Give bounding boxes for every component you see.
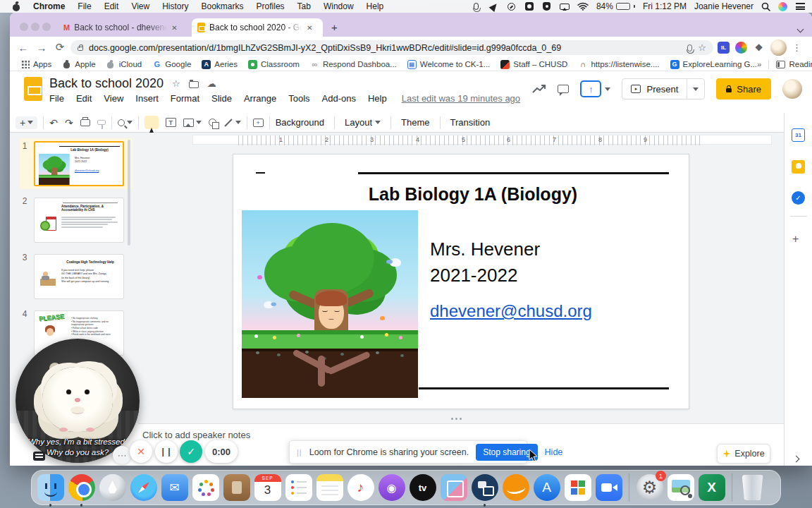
- menubar-item[interactable]: Edit: [104, 1, 119, 11]
- new-tab-button[interactable]: +: [331, 23, 338, 32]
- dock-app-icon[interactable]: ♪: [346, 473, 375, 502]
- comments-icon[interactable]: [558, 85, 569, 93]
- filmstrip-scrollbar[interactable]: [128, 140, 130, 246]
- browser-profile-avatar[interactable]: [770, 40, 787, 56]
- bookmark-item[interactable]: Apple: [62, 60, 95, 69]
- control-center-list-icon[interactable]: [795, 1, 805, 11]
- url-bar[interactable]: docs.google.com/presentation/d/1bmgILhZv…: [70, 40, 713, 55]
- slides-menu-item[interactable]: View: [104, 93, 123, 104]
- present-to-meet-button[interactable]: ↑: [580, 80, 610, 97]
- bookmark-item[interactable]: Classroom: [248, 60, 300, 69]
- dock-app-icon[interactable]: [284, 473, 313, 502]
- airplay-display-icon[interactable]: [560, 1, 570, 11]
- menubar-item[interactable]: History: [162, 1, 188, 11]
- menubar-item[interactable]: Window: [324, 1, 354, 11]
- tab-gmail[interactable]: M Back to school - dhevener@ch ✕: [58, 18, 189, 37]
- slides-menu-item[interactable]: Format: [171, 93, 199, 104]
- notes-resize-handle[interactable]: [447, 417, 465, 421]
- voice-search-icon[interactable]: [687, 44, 692, 52]
- bookmark-item[interactable]: Apps: [21, 60, 51, 68]
- dock-app-icon[interactable]: [315, 473, 344, 502]
- dock-app-icon[interactable]: [191, 473, 220, 502]
- slides-menu-item[interactable]: Add-ons: [322, 93, 356, 104]
- insert-line-button[interactable]: [223, 121, 241, 124]
- dock-app-icon[interactable]: X: [697, 473, 726, 502]
- theme-button[interactable]: Theme: [401, 117, 429, 128]
- dock-app-icon[interactable]: [222, 473, 251, 502]
- google-calendar-icon[interactable]: 31: [792, 128, 805, 142]
- add-addon-button[interactable]: +: [792, 233, 799, 246]
- bookmark-item[interactable]: G ExploreLearning G...: [670, 60, 757, 69]
- move-to-folder-icon[interactable]: [189, 81, 199, 88]
- background-button[interactable]: Background: [276, 117, 324, 128]
- slides-menu-item[interactable]: Slide: [211, 93, 232, 104]
- battery-indicator[interactable]: 84%: [596, 1, 635, 11]
- share-button[interactable]: Share: [716, 78, 771, 99]
- new-slide-button[interactable]: +: [16, 116, 37, 129]
- dock-app-icon[interactable]: [98, 473, 127, 502]
- slides-menu-item[interactable]: Tools: [288, 93, 309, 104]
- text-box-button[interactable]: T: [166, 118, 176, 127]
- bookmark-item[interactable]: iCloud: [106, 60, 142, 69]
- menubar-item[interactable]: Profiles: [257, 1, 285, 11]
- window-minimize-button[interactable]: [31, 23, 39, 31]
- dock-app-icon[interactable]: tv: [408, 473, 437, 502]
- extensions-puzzle-icon[interactable]: ❖: [753, 42, 765, 54]
- insert-image-button[interactable]: [183, 119, 202, 127]
- loom-webcam-bubble[interactable]: Why yes, I'm a bit stressed.Why do you a…: [16, 339, 140, 463]
- dock-trash-icon[interactable]: [738, 473, 767, 502]
- google-tasks-icon[interactable]: ✓: [792, 191, 805, 205]
- mic-status-icon[interactable]: [472, 1, 481, 11]
- page-url[interactable]: docs.google.com/presentation/d/1bmgILhZv…: [89, 43, 682, 53]
- dock-app-icon[interactable]: [666, 473, 695, 502]
- slide-top-line[interactable]: [358, 172, 669, 174]
- menubar-user[interactable]: Joanie Hevener: [694, 1, 753, 11]
- camera-app-icon[interactable]: [524, 1, 534, 11]
- dock-app-icon[interactable]: [501, 473, 530, 502]
- menubar-item[interactable]: File: [78, 1, 91, 11]
- dock-app-icon[interactable]: ⚙ 1: [635, 473, 664, 502]
- bookmark-star-icon[interactable]: ☆: [698, 42, 706, 53]
- menubar-item[interactable]: View: [131, 1, 149, 11]
- layout-button[interactable]: Layout: [345, 117, 381, 128]
- https-lock-icon[interactable]: [78, 47, 83, 51]
- slide-bottom-line[interactable]: [419, 387, 669, 389]
- tab-close-icon[interactable]: ✕: [171, 24, 177, 32]
- slide-thumbnail-1[interactable]: Lab Biology 1A (Biology) Mrs. Hevener 20…: [34, 141, 124, 186]
- loom-more-button[interactable]: ⋯: [113, 446, 131, 464]
- slide-thumbnail-3[interactable]: Coalinga High Technology Help If you nee…: [34, 254, 124, 299]
- bookmark-item[interactable]: ▤ Welcome to CK-1...: [407, 60, 491, 69]
- slide-email-link[interactable]: dhevener@chusd.org: [430, 301, 592, 321]
- drag-grip-icon[interactable]: ||: [297, 448, 302, 456]
- print-button[interactable]: [80, 119, 90, 126]
- document-title[interactable]: Back to school 2020: [49, 76, 164, 91]
- transition-button[interactable]: Transition: [450, 117, 491, 128]
- bookmark-item[interactable]: G Google: [152, 60, 191, 69]
- loom-canvas-icon[interactable]: [33, 452, 45, 461]
- extension-colorful-icon[interactable]: [735, 42, 747, 54]
- apple-menu-icon[interactable]: [13, 2, 20, 11]
- reading-list-button[interactable]: Reading List: [776, 60, 812, 68]
- insert-comment-button[interactable]: +: [253, 119, 264, 127]
- active-app-name[interactable]: Chrome: [33, 1, 65, 11]
- slide-title[interactable]: Lab Biology 1A (Biology): [276, 184, 670, 205]
- menubar-item[interactable]: Tab: [297, 1, 311, 11]
- bookmark-item[interactable]: ∞ Respond Dashboa...: [310, 60, 397, 69]
- slides-menu-item[interactable]: File: [49, 93, 64, 104]
- window-close-button[interactable]: [20, 23, 28, 31]
- dock-app-icon[interactable]: ✉: [160, 473, 189, 502]
- dock-app-icon[interactable]: [563, 473, 592, 502]
- dock-app-icon[interactable]: [36, 473, 65, 502]
- last-edit-link[interactable]: Last edit was 19 minutes ago: [402, 93, 520, 104]
- dock-app-icon[interactable]: SEP 3: [253, 473, 282, 502]
- present-button[interactable]: ▸ Present: [622, 78, 705, 99]
- reload-button[interactable]: ⟳: [51, 41, 69, 54]
- slides-menu-item[interactable]: Edit: [76, 93, 92, 104]
- slide-dash-line[interactable]: [256, 172, 265, 174]
- star-document-icon[interactable]: ☆: [172, 78, 180, 89]
- slides-menu-item[interactable]: Arrange: [244, 93, 276, 104]
- bookmark-item[interactable]: A Aeries: [202, 60, 238, 69]
- select-tool-button[interactable]: [144, 116, 159, 129]
- slide-thumbnail-2[interactable]: Attendance, Participation, &Accountabili…: [34, 198, 124, 243]
- tab-slides-active[interactable]: Back to school 2020 - Google ✕: [192, 18, 323, 37]
